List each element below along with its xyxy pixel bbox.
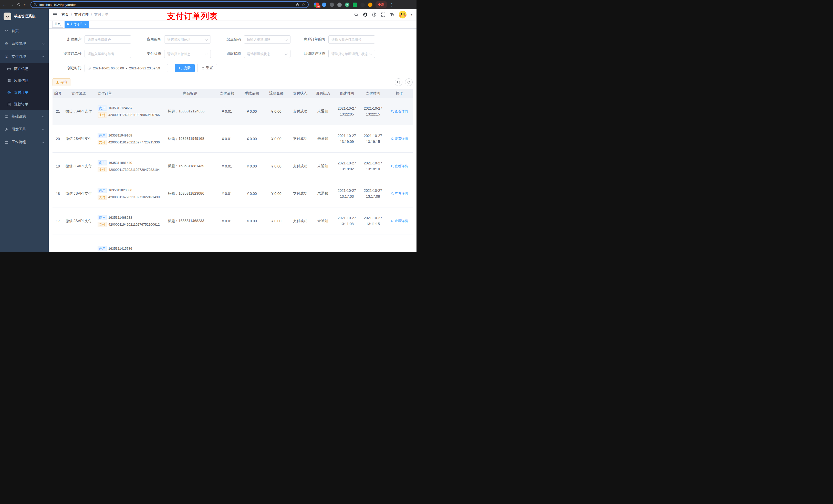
table-row: 19微信 JSAPI 支付商户1635311881440支付4200001173… — [52, 153, 413, 180]
merchant-tag: 商户 — [98, 246, 107, 251]
fullscreen-icon[interactable] — [381, 12, 385, 17]
help-icon[interactable] — [372, 12, 377, 17]
pay-tag: 支付 — [98, 140, 107, 145]
clock-icon — [87, 66, 91, 70]
sidebar-item-home[interactable]: 首页 — [0, 25, 49, 38]
notify-status-select[interactable] — [328, 50, 375, 58]
wechat-devtools-icon[interactable] — [353, 3, 357, 7]
column-header: 支付时间 — [360, 91, 386, 96]
channel-code-input[interactable] — [244, 35, 290, 43]
site-info-icon[interactable]: ⓘ — [34, 2, 38, 7]
reload-icon[interactable] — [17, 3, 21, 7]
sidebar-item-app-info[interactable]: 应用信息 — [0, 75, 49, 87]
app-logo[interactable]: 芋道管理系统 — [0, 9, 49, 24]
home-icon[interactable]: ⌂ — [24, 3, 26, 7]
sidebar-item-label: 基础设施 — [11, 114, 26, 119]
view-detail-link[interactable]: 查看详情 — [391, 191, 408, 196]
sidebar-item-dev-tools[interactable]: 研发工具 — [0, 123, 49, 136]
tab-home[interactable]: 首页 — [52, 21, 63, 28]
cell-create-time: 2021-10-2713:11:08 — [334, 215, 360, 227]
update-button[interactable]: 更新 — [376, 1, 387, 8]
address-bar[interactable]: ⓘ localhost:1024/pay/order ☆ — [30, 1, 309, 8]
cell-id: 17 — [52, 219, 63, 223]
browser-menu-icon[interactable]: ⋮ — [390, 3, 394, 7]
filter-label: 退款状态 — [212, 51, 244, 56]
chevron-down-icon — [42, 115, 45, 118]
sidebar-item-payment[interactable]: ¥ 支付管理 — [0, 50, 49, 63]
filter-field-refund-status: 退款状态 — [212, 50, 291, 58]
view-detail-link[interactable]: 查看详情 — [391, 109, 408, 114]
channel-code-select[interactable] — [244, 35, 290, 44]
extension-grid-icon[interactable]: 10 — [314, 3, 319, 7]
create-time-range[interactable]: 2021-10-01 00:00:00 - 2021-10-31 23:59:5… — [85, 64, 168, 72]
bookmark-star-icon[interactable]: ☆ — [302, 3, 305, 6]
cell-create-time: 2021-10-2713:19:09 — [334, 133, 360, 145]
refresh-table-button[interactable] — [405, 78, 413, 86]
date-separator: - — [126, 66, 127, 70]
avatar-caret-icon[interactable]: ▾ — [411, 13, 412, 16]
filter-label: 渠道编码 — [212, 37, 244, 42]
breadcrumb-home[interactable]: 首页 — [62, 12, 69, 17]
reset-button-label: 重置 — [206, 66, 213, 70]
cell-channel: 微信 JSAPI 支付 — [63, 137, 94, 141]
refund-status-input[interactable] — [244, 50, 290, 57]
merchant-input[interactable] — [85, 35, 131, 43]
cell-id: 20 — [52, 137, 63, 141]
filter-label: 回调商户状态 — [291, 51, 328, 56]
channel-order-no-input[interactable] — [85, 50, 131, 57]
view-detail-link[interactable]: 查看详情 — [391, 164, 408, 169]
app-select[interactable] — [164, 35, 211, 44]
collapse-sidebar-icon[interactable] — [53, 12, 57, 17]
view-detail-link[interactable]: 查看详情 — [391, 219, 408, 223]
back-icon[interactable]: ← — [3, 3, 7, 7]
reset-button[interactable]: 重置 — [197, 64, 217, 72]
cell-refund: ¥ 0.00 — [264, 219, 289, 223]
filter-field-merchant: 所属商户 — [52, 35, 132, 44]
sidebar-item-workflow[interactable]: 工作流程 — [0, 136, 49, 148]
sidebar-item-refund-order[interactable]: 退款订单 — [0, 98, 49, 110]
target-icon — [7, 91, 11, 95]
share-icon[interactable] — [295, 3, 299, 6]
sidebar-item-infrastructure[interactable]: 基础设施 — [0, 110, 49, 123]
cell-refund: ¥ 0.00 — [264, 110, 289, 114]
date-start[interactable]: 2021-10-01 00:00:00 — [93, 66, 124, 70]
sidebar-item-pay-order[interactable]: 支付订单 — [0, 87, 49, 98]
cell-channel: 微信 JSAPI 支付 — [63, 219, 94, 223]
pay-status-input[interactable] — [164, 50, 211, 57]
extension-gray-icon[interactable] — [330, 3, 334, 7]
forward-icon[interactable]: → — [10, 3, 14, 7]
merchant-order-no-input[interactable] — [329, 35, 375, 43]
cell-notify-status: 未通知 — [312, 219, 334, 223]
extension-avatar-icon[interactable] — [368, 3, 373, 7]
font-size-icon[interactable] — [390, 12, 395, 17]
sidebar-item-merchant-info[interactable]: 商户信息 — [0, 63, 49, 75]
extension-blue-icon[interactable] — [322, 3, 326, 7]
date-end[interactable]: 2021-10-31 23:59:59 — [129, 66, 160, 70]
app-select-input[interactable] — [164, 35, 211, 43]
export-button[interactable]: 导出 — [52, 78, 70, 86]
notify-status-input[interactable] — [329, 50, 375, 57]
pay-status-select[interactable] — [164, 50, 211, 58]
search-toggle-button[interactable] — [395, 78, 402, 86]
github-icon[interactable] — [363, 12, 367, 17]
close-tab-icon[interactable]: × — [84, 23, 86, 26]
url-text[interactable]: localhost:1024/pay/order — [40, 3, 293, 7]
tab-pay-order[interactable]: 支付订单 × — [65, 21, 89, 28]
merchant-tag: 商户 — [98, 133, 107, 138]
user-avatar[interactable] — [399, 11, 406, 19]
cell-action: 查看详情 — [386, 164, 413, 169]
extension-dark-icon[interactable] — [360, 3, 365, 7]
vue-devtools-icon[interactable]: V — [345, 3, 349, 7]
refund-status-select[interactable] — [244, 50, 290, 58]
filter-field-create-time: 创建时间 2021-10-01 00:00:00 - 2021-10-31 23… — [52, 64, 171, 72]
pay-order-no: 4200001181202110277723215336 — [109, 140, 160, 144]
extension-gray2-icon[interactable] — [337, 3, 342, 7]
view-detail-link[interactable]: 查看详情 — [391, 137, 408, 141]
search-icon — [397, 80, 400, 84]
search-icon[interactable] — [354, 12, 359, 17]
browser-window: ← → ⌂ ⓘ localhost:1024/pay/order ☆ 10 V … — [0, 0, 416, 252]
cell-create-time: 2021-10-2713:22:05 — [334, 105, 360, 117]
search-button[interactable]: 搜索 — [175, 64, 195, 72]
breadcrumb-payment[interactable]: 支付管理 — [74, 12, 89, 17]
sidebar-item-system[interactable]: ⚙ 系统管理 — [0, 38, 49, 50]
